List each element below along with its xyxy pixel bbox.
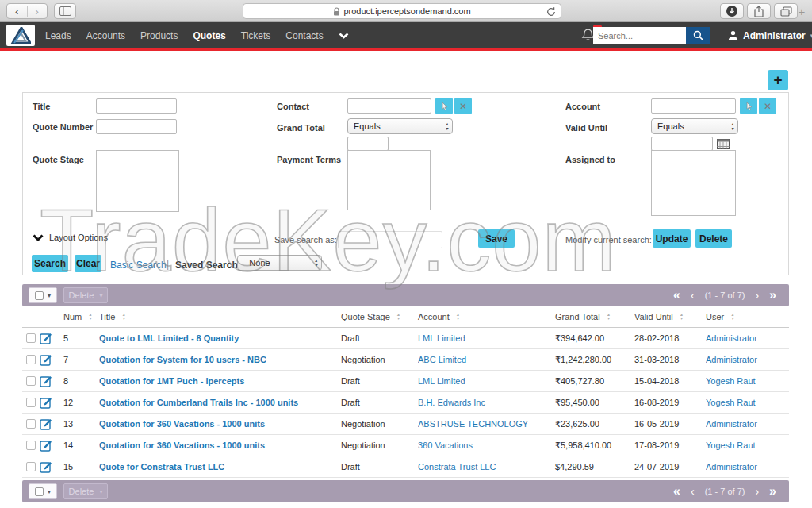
browser-forward-button[interactable]: ›	[27, 6, 48, 17]
edit-row-button[interactable]	[40, 332, 59, 344]
account-link[interactable]: B.H. Edwards Inc	[418, 398, 555, 407]
quote-number-input[interactable]	[96, 119, 177, 134]
browser-new-tab-button[interactable]: +	[793, 3, 810, 19]
row-checkbox[interactable]	[26, 398, 36, 407]
browser-sidebar-button[interactable]	[54, 3, 76, 19]
assigned-to-listbox[interactable]	[651, 150, 736, 216]
add-quote-button[interactable]: +	[768, 70, 788, 90]
menu-products[interactable]: Products	[140, 30, 178, 41]
bulk-delete-button[interactable]: Delete ▾	[63, 287, 108, 303]
global-search-button[interactable]	[686, 27, 710, 44]
account-link[interactable]: Constrata Trust LLC	[418, 462, 555, 471]
browser-download-button[interactable]	[720, 3, 744, 19]
menu-accounts[interactable]: Accounts	[86, 30, 125, 41]
payment-terms-listbox[interactable]	[347, 150, 431, 210]
sort-icon[interactable]: ▴▾	[397, 313, 400, 321]
contact-input[interactable]	[347, 98, 431, 114]
quote-stage-listbox[interactable]	[96, 150, 179, 212]
quote-title-link[interactable]: Quote for Constrata Trust LLC	[99, 462, 341, 471]
edit-row-button[interactable]	[40, 460, 59, 473]
contact-select-button[interactable]	[435, 98, 453, 114]
sort-icon[interactable]: ▴▾	[607, 313, 610, 321]
sort-icon[interactable]: ▴▾	[122, 313, 124, 321]
grand-total-value-input[interactable]	[347, 137, 389, 151]
prev-page-button[interactable]: ‹	[691, 289, 695, 302]
calendar-icon[interactable]	[717, 138, 730, 149]
sort-icon[interactable]: ▴▾	[89, 313, 91, 321]
clear-button[interactable]: Clear	[75, 255, 102, 272]
quote-title-link[interactable]: Quotation for 1MT Puch - ipercepts	[99, 376, 341, 386]
edit-row-button[interactable]	[40, 418, 59, 430]
save-search-button[interactable]: Save	[478, 229, 515, 248]
edit-row-button[interactable]	[40, 375, 59, 387]
title-input[interactable]	[96, 98, 177, 114]
select-all-dropdown[interactable]: ▾	[29, 287, 57, 303]
row-checkbox[interactable]	[26, 333, 36, 343]
saved-searches-select[interactable]: --None-- ▴▾	[237, 255, 322, 271]
account-clear-button[interactable]: ✕	[759, 98, 776, 114]
address-bar[interactable]: product.iperceptsondemand.com	[243, 3, 561, 19]
row-checkbox[interactable]	[26, 355, 36, 364]
select-all-checkbox[interactable]	[35, 291, 44, 300]
account-link[interactable]: ABC Limited	[418, 355, 555, 364]
user-link[interactable]: Administrator	[706, 355, 789, 364]
layout-options-toggle[interactable]: Layout Options	[33, 233, 108, 242]
user-link[interactable]: Yogesh Raut	[706, 441, 789, 450]
row-checkbox[interactable]	[26, 441, 36, 450]
last-page-button[interactable]: »	[769, 484, 776, 498]
grand-total-operator-select[interactable]: Equals ▴▾	[347, 118, 453, 134]
quote-title-link[interactable]: Quotation for 360 Vacations - 1000 units	[99, 441, 341, 450]
next-page-button[interactable]: ›	[755, 289, 759, 302]
next-page-button[interactable]: ›	[755, 485, 759, 498]
account-select-button[interactable]	[740, 98, 757, 114]
delete-search-button[interactable]: Delete	[695, 229, 732, 248]
select-all-dropdown[interactable]: ▾	[29, 483, 57, 499]
row-checkbox[interactable]	[26, 376, 36, 386]
menu-quotes[interactable]: Quotes	[193, 30, 225, 41]
save-search-input[interactable]	[338, 231, 442, 248]
first-page-button[interactable]: «	[673, 288, 680, 302]
menu-tickets[interactable]: Tickets	[241, 30, 271, 41]
global-search-input[interactable]	[593, 27, 686, 44]
sort-icon[interactable]: ▴▾	[680, 313, 683, 321]
user-link[interactable]: Administrator	[706, 462, 789, 471]
browser-share-button[interactable]	[747, 3, 771, 19]
account-link[interactable]: 360 Vacations	[418, 441, 555, 450]
account-link[interactable]: LML Limited	[418, 376, 555, 386]
sort-icon[interactable]: ▴▾	[457, 313, 459, 321]
account-input[interactable]	[651, 98, 736, 114]
quote-title-link[interactable]: Quotation for 360 Vacations - 1000 units	[99, 419, 341, 429]
update-search-button[interactable]: Update	[653, 229, 691, 248]
app-logo[interactable]	[6, 25, 35, 46]
user-menu[interactable]: Administrator ▾	[718, 22, 812, 48]
last-page-button[interactable]: »	[769, 288, 776, 302]
quote-title-link[interactable]: Quotation for Cumberland Trails Inc - 10…	[99, 398, 341, 407]
row-checkbox[interactable]	[26, 462, 36, 471]
search-button[interactable]: Search	[32, 255, 68, 272]
account-link[interactable]: ABSTRUSE TECHNOLOGY	[418, 419, 555, 429]
account-link[interactable]: LML Limited	[418, 333, 555, 343]
browser-back-button[interactable]: ‹	[7, 6, 27, 17]
edit-row-button[interactable]	[40, 439, 59, 452]
basic-search-link[interactable]: Basic Search	[110, 260, 167, 271]
menu-more-chevron-icon[interactable]	[339, 33, 349, 39]
prev-page-button[interactable]: ‹	[691, 485, 695, 498]
valid-until-operator-select[interactable]: Equals ▴▾	[651, 118, 738, 134]
reload-icon[interactable]	[546, 6, 557, 17]
user-link[interactable]: Administrator	[706, 419, 789, 429]
bulk-delete-button[interactable]: Delete ▾	[63, 483, 108, 499]
edit-row-button[interactable]	[40, 396, 59, 409]
sort-icon[interactable]: ▴▾	[731, 313, 733, 321]
row-checkbox[interactable]	[26, 419, 36, 429]
menu-contacts[interactable]: Contacts	[285, 30, 323, 41]
contact-clear-button[interactable]: ✕	[454, 98, 472, 114]
first-page-button[interactable]: «	[673, 484, 680, 498]
select-all-checkbox[interactable]	[35, 487, 44, 496]
quote-title-link[interactable]: Quotation for System for 10 users - NBC	[99, 355, 341, 364]
edit-row-button[interactable]	[40, 353, 59, 366]
menu-leads[interactable]: Leads	[45, 30, 71, 41]
user-link[interactable]: Yogesh Raut	[706, 376, 789, 386]
user-link[interactable]: Administrator	[706, 333, 789, 343]
quote-title-link[interactable]: Quote to LML Limited - 8 Quantity	[99, 333, 341, 343]
valid-until-value-input[interactable]	[651, 137, 713, 151]
